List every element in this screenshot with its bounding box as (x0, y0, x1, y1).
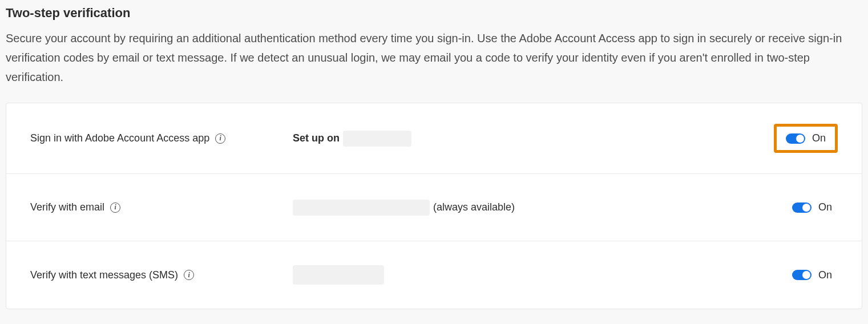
sms-label: Verify with text messages (SMS) (30, 269, 178, 281)
adobe-app-toggle-label: On (812, 132, 826, 144)
sms-detail (293, 265, 786, 285)
sms-toggle[interactable] (792, 270, 812, 280)
info-icon[interactable] (215, 133, 225, 144)
sms-toggle-label: On (818, 269, 832, 281)
adobe-app-toggle-highlight: On (774, 124, 838, 153)
email-label: Verify with email (30, 201, 104, 213)
email-toggle-label: On (818, 201, 832, 213)
adobe-app-label: Sign in with Adobe Account Access app (30, 132, 209, 144)
adobe-app-detail: Set up on (293, 131, 774, 147)
two-step-methods-card: Sign in with Adobe Account Access app Se… (6, 103, 862, 309)
row-adobe-account-access: Sign in with Adobe Account Access app Se… (6, 103, 862, 174)
redacted-email (293, 200, 430, 216)
email-always-available: (always available) (433, 201, 515, 213)
email-toggle[interactable] (792, 202, 812, 213)
adobe-app-toggle[interactable] (786, 133, 805, 144)
section-description: Secure your account by requiring an addi… (6, 29, 862, 87)
redacted-phone (293, 265, 384, 285)
info-icon[interactable] (110, 202, 120, 213)
info-icon[interactable] (184, 270, 194, 280)
row-label-group: Sign in with Adobe Account Access app (30, 132, 293, 144)
setup-on-text: Set up on (293, 132, 340, 144)
redacted-device-name (343, 131, 411, 147)
email-toggle-group: On (786, 198, 838, 217)
row-verify-email: Verify with email (always available) On (6, 174, 862, 241)
section-title: Two-step verification (6, 6, 862, 21)
sms-toggle-group: On (786, 266, 838, 285)
row-label-group: Verify with email (30, 201, 293, 213)
row-verify-sms: Verify with text messages (SMS) On (6, 241, 862, 309)
email-detail: (always available) (293, 200, 786, 216)
row-label-group: Verify with text messages (SMS) (30, 269, 293, 281)
